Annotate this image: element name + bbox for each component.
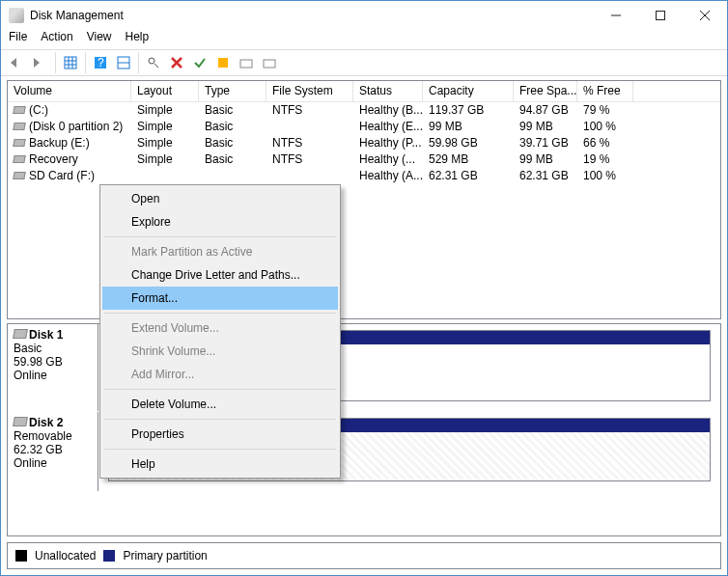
context-menu: Open Explore Mark Partition as Active Ch… bbox=[99, 184, 341, 479]
legend-primary: Primary partition bbox=[123, 549, 207, 562]
col-free[interactable]: Free Spa... bbox=[514, 81, 577, 101]
ctx-mirror: Add Mirror... bbox=[102, 363, 338, 386]
swatch-unallocated bbox=[15, 550, 27, 562]
grid-icon[interactable] bbox=[60, 52, 81, 73]
col-volume[interactable]: Volume bbox=[8, 81, 131, 101]
table-row[interactable]: SD Card (F:)Healthy (A...62.31 GB62.31 G… bbox=[8, 168, 720, 184]
svg-text:?: ? bbox=[98, 56, 104, 69]
svg-rect-1 bbox=[65, 57, 76, 69]
ctx-delete[interactable]: Delete Volume... bbox=[102, 393, 338, 416]
new-icon[interactable] bbox=[212, 52, 234, 73]
legend-unallocated: Unallocated bbox=[35, 549, 96, 562]
app-icon bbox=[9, 8, 24, 23]
disk-icon bbox=[13, 329, 28, 339]
menu-file[interactable]: File bbox=[9, 30, 27, 49]
svg-rect-7 bbox=[240, 60, 252, 68]
disk-size: 62.32 GB bbox=[14, 443, 63, 456]
list-icon[interactable] bbox=[113, 52, 134, 73]
svg-point-5 bbox=[149, 58, 154, 64]
menubar: File Action View Help bbox=[1, 30, 727, 49]
disk-label: Disk 2 bbox=[29, 416, 63, 429]
check-icon[interactable] bbox=[189, 52, 210, 73]
svg-rect-6 bbox=[218, 58, 228, 68]
window-title: Disk Management bbox=[30, 9, 594, 22]
ctx-open[interactable]: Open bbox=[102, 187, 338, 210]
table-row[interactable]: RecoverySimpleBasicNTFSHealthy (...529 M… bbox=[8, 151, 720, 168]
table-row[interactable]: (Disk 0 partition 2)SimpleBasicHealthy (… bbox=[8, 119, 720, 135]
col-pct[interactable]: % Free bbox=[577, 81, 633, 101]
column-headers: Volume Layout Type File System Status Ca… bbox=[8, 81, 720, 102]
disk-type: Basic bbox=[14, 342, 42, 355]
volume-icon bbox=[13, 139, 25, 147]
ctx-explore[interactable]: Explore bbox=[102, 210, 338, 233]
col-capacity[interactable]: Capacity bbox=[423, 81, 514, 101]
ctx-help[interactable]: Help bbox=[102, 453, 338, 476]
legend: Unallocated Primary partition bbox=[7, 542, 721, 569]
minimize-button[interactable] bbox=[594, 1, 638, 30]
forward-button[interactable] bbox=[30, 52, 51, 73]
ctx-mark-active: Mark Partition as Active bbox=[102, 240, 338, 263]
disk-info[interactable]: Disk 1 Basic 59.98 GB Online bbox=[8, 324, 98, 411]
col-fs[interactable]: File System bbox=[266, 81, 353, 101]
disk-icon bbox=[13, 417, 28, 426]
col-status[interactable]: Status bbox=[353, 81, 423, 101]
disk-state: Online bbox=[14, 369, 47, 382]
ctx-format[interactable]: Format... bbox=[102, 287, 338, 310]
search-icon[interactable] bbox=[143, 52, 164, 73]
ctx-shrink: Shrink Volume... bbox=[102, 340, 338, 363]
svg-rect-0 bbox=[657, 12, 665, 20]
disk-info[interactable]: Disk 2 Removable 62.32 GB Online bbox=[8, 412, 98, 491]
col-spacer bbox=[633, 81, 720, 101]
menu-view[interactable]: View bbox=[87, 30, 112, 49]
volume-icon bbox=[13, 172, 25, 179]
table-row[interactable]: Backup (E:)SimpleBasicNTFSHealthy (P...5… bbox=[8, 135, 720, 151]
volume-icon bbox=[13, 123, 25, 130]
menu-help[interactable]: Help bbox=[126, 30, 150, 49]
close-button[interactable] bbox=[683, 1, 727, 30]
box2-icon[interactable] bbox=[259, 52, 280, 73]
swatch-primary bbox=[103, 550, 115, 562]
col-type[interactable]: Type bbox=[199, 81, 266, 101]
help-icon[interactable]: ? bbox=[90, 52, 111, 73]
disk-type: Removable bbox=[14, 429, 72, 443]
disk-label: Disk 1 bbox=[29, 328, 63, 342]
toolbar: ? bbox=[1, 49, 727, 76]
disk-state: Online bbox=[14, 456, 47, 470]
col-layout[interactable]: Layout bbox=[131, 81, 199, 101]
delete-icon[interactable] bbox=[166, 52, 187, 73]
table-row[interactable]: (C:)SimpleBasicNTFSHealthy (B...119.37 G… bbox=[8, 102, 720, 119]
titlebar[interactable]: Disk Management bbox=[1, 1, 727, 30]
disk-size: 59.98 GB bbox=[14, 355, 63, 369]
ctx-extend: Extend Volume... bbox=[102, 316, 338, 340]
svg-rect-8 bbox=[264, 60, 275, 68]
menu-action[interactable]: Action bbox=[41, 30, 72, 49]
ctx-change-drive-letter[interactable]: Change Drive Letter and Paths... bbox=[102, 263, 338, 287]
volume-icon bbox=[13, 106, 25, 114]
volume-icon bbox=[13, 155, 25, 163]
back-button[interactable] bbox=[7, 52, 28, 73]
maximize-button[interactable] bbox=[638, 1, 683, 30]
box1-icon[interactable] bbox=[236, 52, 257, 73]
ctx-properties[interactable]: Properties bbox=[102, 423, 338, 446]
